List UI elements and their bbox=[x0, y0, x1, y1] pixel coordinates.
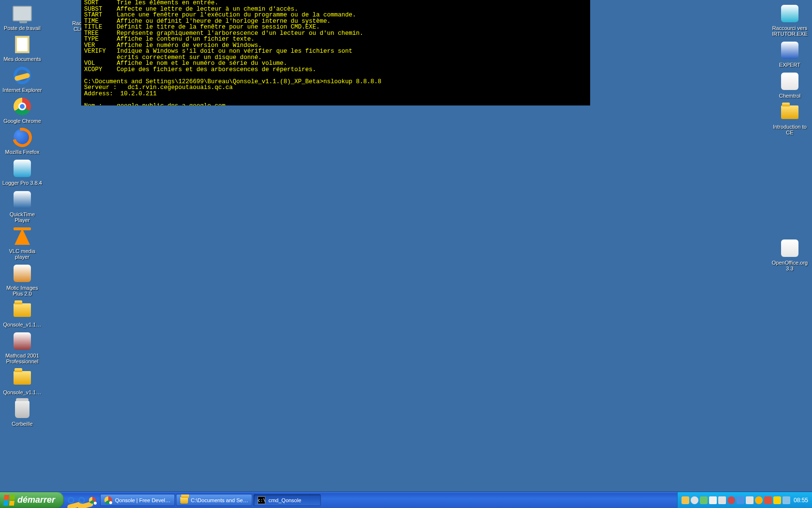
folder-icon bbox=[180, 497, 188, 504]
chemtrol-icon bbox=[779, 71, 800, 92]
taskbar-item-explorer-folder[interactable]: C:\Documents and Se… bbox=[176, 494, 253, 506]
desktop-icon-label: QuickTime Player bbox=[1, 211, 43, 223]
console-line: TYPE Affiche le contenu d'un fichier tex… bbox=[84, 36, 587, 43]
mes-documents-icon bbox=[12, 34, 33, 55]
logger-pro-icon bbox=[12, 158, 33, 179]
desktop-icon-label: VLC media player bbox=[1, 248, 43, 260]
desktop-icon-expert[interactable]: EXPERT bbox=[768, 40, 811, 68]
console-line: TITLE Définit le titre de la fenêtre pou… bbox=[84, 24, 587, 30]
taskbar-item-qonsole-site[interactable]: Qonsole | Free Devel… bbox=[100, 494, 175, 506]
motic-images-icon bbox=[12, 263, 33, 284]
console-line: START Lance une fenêtre pour l'exécution… bbox=[84, 12, 587, 18]
desktop-icon-label: Motic Images Plus 2.0 bbox=[1, 285, 43, 297]
desktop-icon-vlc[interactable]: VLC media player bbox=[1, 226, 44, 260]
desktop-icon-google-chrome[interactable]: Google Chrome bbox=[1, 96, 44, 124]
desktop-icon-intro-ce[interactable]: Introduction to CE bbox=[768, 102, 811, 135]
desktop-icon-label: EXPERT bbox=[779, 62, 800, 68]
start-button[interactable]: démarrer bbox=[0, 492, 64, 508]
console-line: Serveur : dc1.rvin.cegepoutaouais.qc.ca bbox=[84, 85, 587, 91]
desktop-icon-label: Chemtrol bbox=[779, 93, 801, 99]
openoffice-icon bbox=[779, 238, 800, 259]
console-window[interactable]: SORT Trie les éléments en entrée.SUBST A… bbox=[81, 0, 590, 105]
console-line: XCOPY Copie des fichiers et des arboresc… bbox=[84, 67, 587, 73]
desktop-icon-label: OpenOffice.org 3.3 bbox=[769, 260, 811, 271]
console-line: Nom : google-public-dns-a.google.com bbox=[84, 103, 587, 106]
desktop-icon-label: Qonsole_v1.1… bbox=[3, 389, 42, 395]
desktop-icon-label: Internet Explorer bbox=[2, 87, 42, 93]
desktop-icon-motic-images[interactable]: Motic Images Plus 2.0 bbox=[1, 263, 44, 297]
console-line: SORT Trie les éléments en entrée. bbox=[84, 0, 587, 6]
console-line bbox=[84, 97, 587, 103]
desktop-icon-label: Qonsole_v1.1… bbox=[3, 322, 42, 328]
desktop-icon-irtutor[interactable]: Raccourci vers IRTUTOR.EXE bbox=[768, 3, 811, 37]
desktop-icon-label: Raccourci vers IRTUTOR.EXE bbox=[769, 25, 811, 37]
qonsole-2-icon bbox=[12, 367, 33, 388]
desktop-icon-internet-explorer[interactable]: Internet Explorer bbox=[1, 65, 44, 93]
tray-icon-2[interactable] bbox=[691, 496, 698, 504]
intro-ce-icon bbox=[779, 102, 800, 123]
console-line: VOL Affiche le nom et le numéro de série… bbox=[84, 60, 587, 67]
taskbar-item-label: C:\Documents and Se… bbox=[191, 497, 248, 503]
desktop-icon-label: Logger Pro 3.8.4 bbox=[2, 180, 42, 186]
desktop-icon-qonsole-2[interactable]: Qonsole_v1.1… bbox=[1, 367, 44, 395]
desktop-icon-poste-de-travail[interactable]: Poste de travail bbox=[1, 3, 44, 31]
console-line: VERIFY Indique à Windows s'il doit ou no… bbox=[84, 48, 587, 55]
taskbar: démarrer Qonsole | Free Devel…C:\Documen… bbox=[0, 492, 812, 508]
tray-icon-9[interactable] bbox=[755, 496, 763, 504]
mathcad-icon bbox=[12, 330, 33, 352]
desktop-icon-label: Introduction to CE bbox=[769, 124, 811, 135]
desktop-icon-label: Mozilla Firefox bbox=[5, 149, 40, 155]
desktop-icon-logger-pro[interactable]: Logger Pro 3.8.4 bbox=[1, 158, 44, 186]
taskbar-item-label: cmd_Qonsole bbox=[268, 497, 301, 503]
quicktime-icon bbox=[12, 189, 33, 210]
vlc-icon bbox=[12, 226, 33, 247]
taskbar-item-label: Qonsole | Free Devel… bbox=[115, 497, 171, 503]
desktop-icon-corbeille[interactable]: Corbeille bbox=[1, 399, 44, 427]
taskbar-item-cmd-qonsole[interactable]: c:\cmd_Qonsole bbox=[253, 494, 321, 506]
internet-explorer-icon bbox=[12, 65, 33, 86]
chrome-icon bbox=[104, 496, 112, 504]
tray-icon-10[interactable] bbox=[764, 496, 772, 504]
desktop-icon-chemtrol[interactable]: Chemtrol bbox=[768, 71, 811, 99]
console-line bbox=[84, 73, 587, 79]
qonsole-1-icon bbox=[12, 299, 33, 321]
cmd-icon: c:\ bbox=[258, 496, 265, 504]
corbeille-icon bbox=[12, 399, 33, 420]
desktop-icon-mes-documents[interactable]: Mes documents bbox=[1, 34, 44, 62]
desktop-icon-label: Google Chrome bbox=[3, 118, 41, 124]
clock[interactable]: 08:55 bbox=[794, 497, 808, 504]
system-tray: 08:55 bbox=[677, 492, 812, 508]
desktop-icon-quicktime[interactable]: QuickTime Player bbox=[1, 189, 44, 223]
desktop-icon-label: Mathcad 2001 Professionnel bbox=[1, 353, 43, 364]
tray-icon-8[interactable] bbox=[746, 496, 754, 504]
tray-icon-4[interactable] bbox=[709, 496, 717, 504]
start-label: démarrer bbox=[17, 495, 55, 505]
quick-ie-icon[interactable] bbox=[67, 496, 75, 505]
console-line: Address: 10.2.0.211 bbox=[84, 91, 587, 97]
desktop-icon-label: Poste de travail bbox=[4, 25, 41, 31]
desktop-icon-label: Corbeille bbox=[12, 421, 32, 427]
desktop[interactable]: Poste de travailMes documentsInternet Ex… bbox=[0, 0, 812, 492]
irtutor-icon bbox=[779, 3, 800, 24]
desktop-icon-label: Mes documents bbox=[3, 56, 41, 62]
tray-icon-5[interactable] bbox=[718, 496, 726, 504]
desktop-icon-openoffice[interactable]: OpenOffice.org 3.3 bbox=[768, 238, 811, 271]
tray-icon-6[interactable] bbox=[727, 496, 735, 504]
poste-de-travail-icon bbox=[12, 3, 33, 24]
desktop-icon-mozilla-firefox[interactable]: Mozilla Firefox bbox=[1, 127, 44, 155]
expert-icon bbox=[779, 40, 800, 61]
tray-icon-3[interactable] bbox=[700, 496, 708, 504]
mozilla-firefox-icon bbox=[12, 127, 33, 148]
windows-logo-icon bbox=[3, 495, 15, 506]
desktop-icon-qonsole-1[interactable]: Qonsole_v1.1… bbox=[1, 299, 44, 328]
desktop-icon-mathcad[interactable]: Mathcad 2001 Professionnel bbox=[1, 330, 44, 364]
quick-launch bbox=[64, 492, 100, 508]
tray-icon-1[interactable] bbox=[682, 496, 689, 504]
google-chrome-icon bbox=[12, 96, 33, 117]
tray-icon-11[interactable] bbox=[773, 496, 781, 504]
tray-icon-7[interactable] bbox=[737, 496, 744, 504]
tray-volume-icon[interactable] bbox=[783, 496, 790, 504]
